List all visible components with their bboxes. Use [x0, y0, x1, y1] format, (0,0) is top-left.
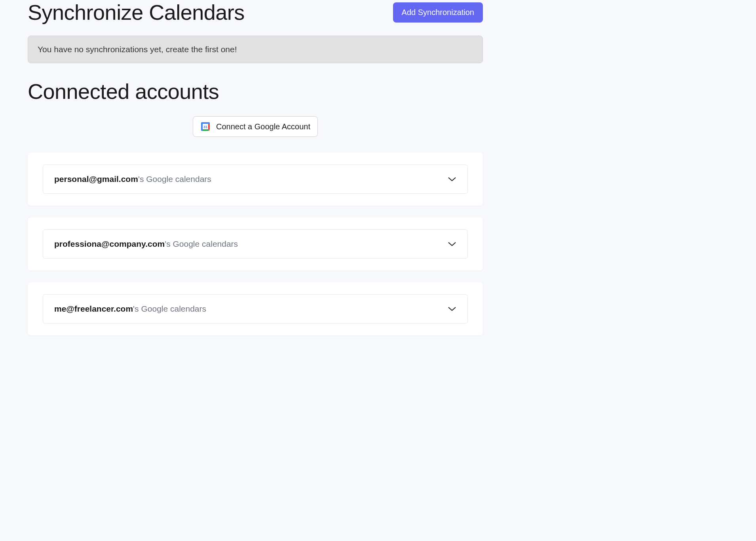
- chevron-down-icon: [448, 306, 456, 312]
- chevron-down-icon: [448, 241, 456, 247]
- account-label: professiona@company.com's Google calenda…: [54, 239, 238, 249]
- svg-text:31: 31: [203, 125, 207, 129]
- account-card: me@freelancer.com's Google calendars: [28, 282, 483, 335]
- account-card: professiona@company.com's Google calenda…: [28, 218, 483, 270]
- account-email: professiona@company.com: [54, 239, 165, 248]
- page-title: Synchronize Calendars: [28, 0, 245, 25]
- account-suffix: 's Google calendars: [138, 174, 211, 183]
- add-synchronization-button[interactable]: Add Synchronization: [393, 2, 483, 23]
- google-calendar-icon: 31: [200, 121, 211, 132]
- connect-account-row: 31 Connect a Google Account: [28, 116, 483, 137]
- connect-google-account-button[interactable]: 31 Connect a Google Account: [193, 116, 318, 137]
- account-row-personal[interactable]: personal@gmail.com's Google calendars: [43, 165, 468, 194]
- account-label: personal@gmail.com's Google calendars: [54, 174, 211, 184]
- page-header: Synchronize Calendars Add Synchronizatio…: [28, 0, 483, 25]
- connected-accounts-title: Connected accounts: [28, 79, 483, 104]
- account-label: me@freelancer.com's Google calendars: [54, 304, 206, 314]
- account-row-professional[interactable]: professiona@company.com's Google calenda…: [43, 229, 468, 259]
- chevron-down-icon: [448, 176, 456, 182]
- account-row-freelancer[interactable]: me@freelancer.com's Google calendars: [43, 294, 468, 323]
- account-card: personal@gmail.com's Google calendars: [28, 153, 483, 206]
- account-email: personal@gmail.com: [54, 174, 138, 183]
- account-email: me@freelancer.com: [54, 304, 133, 313]
- account-suffix: 's Google calendars: [133, 304, 206, 313]
- account-suffix: 's Google calendars: [165, 239, 238, 248]
- svg-rect-3: [203, 129, 208, 131]
- connect-google-account-label: Connect a Google Account: [216, 122, 310, 131]
- svg-rect-4: [208, 124, 210, 129]
- empty-state-banner: You have no synchronizations yet, create…: [28, 36, 483, 63]
